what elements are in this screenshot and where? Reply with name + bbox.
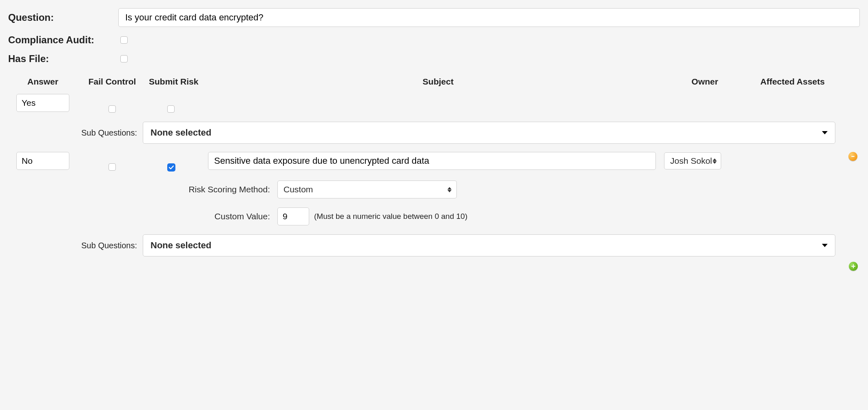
svg-rect-2	[851, 266, 855, 267]
header-owner: Owner	[668, 77, 742, 87]
remove-row-button[interactable]	[848, 152, 857, 161]
caret-down-icon	[822, 244, 828, 247]
question-input[interactable]	[118, 8, 860, 27]
custom-value-label: Custom Value:	[8, 212, 277, 221]
svg-rect-0	[851, 156, 855, 157]
header-subject: Subject	[208, 77, 668, 87]
compliance-audit-label: Compliance Audit:	[8, 34, 118, 46]
question-label: Question:	[8, 12, 118, 23]
sub-questions-value: None selected	[151, 240, 211, 251]
custom-value-hint: (Must be a numeric value between 0 and 1…	[314, 212, 467, 221]
submit-risk-checkbox[interactable]	[167, 163, 175, 172]
has-file-checkbox[interactable]	[120, 55, 128, 62]
select-arrows-icon	[713, 158, 717, 164]
subject-input[interactable]	[208, 152, 656, 170]
answer-input[interactable]	[16, 152, 69, 170]
minus-icon	[851, 154, 855, 158]
sub-questions-label: Sub Questions:	[8, 241, 143, 250]
risk-scoring-method-label: Risk Scoring Method:	[8, 185, 277, 194]
has-file-label: Has File:	[8, 53, 118, 65]
sub-questions-value: None selected	[151, 127, 211, 138]
checkmark-icon	[168, 164, 175, 171]
owner-select[interactable]: Josh Sokol	[664, 152, 721, 169]
compliance-audit-checkbox[interactable]	[120, 36, 128, 44]
submit-risk-checkbox[interactable]	[167, 105, 175, 113]
risk-scoring-method-value: Custom	[283, 185, 313, 194]
fail-control-checkbox[interactable]	[108, 163, 116, 171]
add-row-button[interactable]	[849, 262, 858, 271]
risk-scoring-method-select[interactable]: Custom	[277, 180, 457, 198]
header-affected-assets: Affected Assets	[742, 77, 844, 87]
owner-value: Josh Sokol	[670, 156, 712, 166]
sub-questions-select[interactable]: None selected	[143, 122, 835, 144]
header-fail-control: Fail Control	[78, 77, 147, 87]
header-submit-risk: Submit Risk	[147, 77, 208, 87]
select-arrows-icon	[447, 187, 452, 192]
sub-questions-label: Sub Questions:	[8, 128, 143, 138]
custom-value-input[interactable]	[277, 207, 309, 225]
caret-down-icon	[822, 131, 828, 134]
header-answer: Answer	[8, 77, 78, 87]
fail-control-checkbox[interactable]	[108, 105, 116, 113]
sub-questions-select[interactable]: None selected	[143, 234, 835, 256]
plus-icon	[851, 264, 856, 269]
answer-input[interactable]	[16, 94, 69, 112]
